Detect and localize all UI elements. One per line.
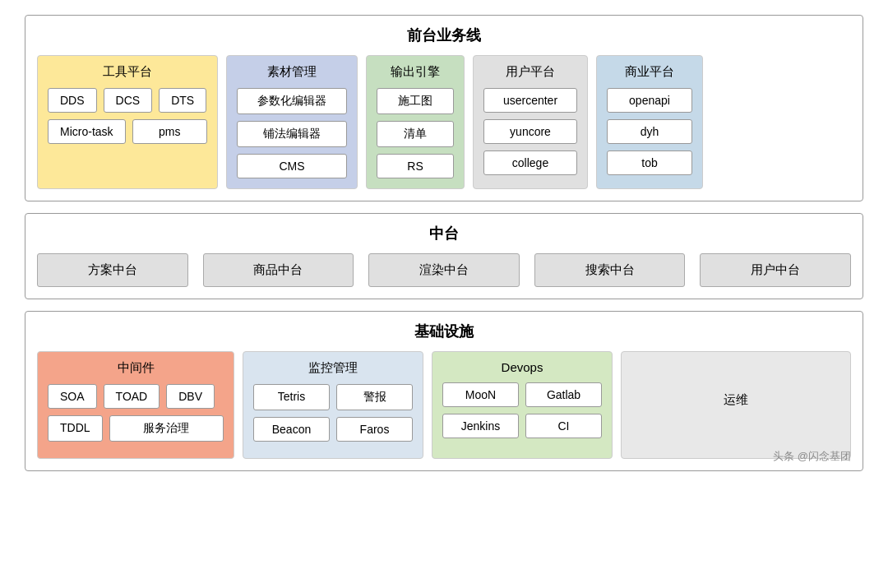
watermark: 头条 @闪念基团 — [773, 449, 851, 464]
user-platform-title: 用户平台 — [483, 64, 577, 80]
monitoring-tetris: Tetris — [253, 384, 330, 410]
monitoring-title: 监控管理 — [253, 360, 413, 376]
devops-section: Devops MooN Gatlab Jenkins CI — [432, 351, 613, 459]
ops-title: 运维 — [724, 392, 748, 408]
material-section: 素材管理 参数化编辑器 铺法编辑器 CMS — [226, 55, 358, 189]
biz-platform-title: 商业平台 — [607, 64, 692, 80]
material-item-0: 参数化编辑器 — [237, 88, 347, 114]
frontend-section: 前台业务线 工具平台 DDS DCS DTS Micro-task pms 素材… — [25, 15, 863, 201]
middleware-row-1: SOA TOAD DBV — [48, 384, 224, 409]
tool-dcs: DCS — [104, 88, 153, 113]
material-item-2: CMS — [237, 154, 347, 178]
middle-inner: 方案中台 商品中台 渲染中台 搜索中台 用户中台 — [37, 253, 851, 287]
middleware-tddl: TDDL — [48, 415, 103, 442]
middleware-service-gov: 服务治理 — [109, 415, 224, 442]
monitoring-section: 监控管理 Tetris 警报 Beacon Faros — [243, 351, 423, 459]
middle-item-0: 方案中台 — [37, 253, 188, 287]
biz-platform-items: openapi dyh tob — [607, 88, 692, 175]
user-platform-item-0: usercenter — [483, 88, 577, 113]
devops-row-2: Jenkins CI — [442, 414, 602, 438]
tool-dds: DDS — [48, 88, 97, 113]
output-item-2: RS — [377, 154, 454, 178]
user-platform-item-1: yuncore — [483, 119, 577, 144]
material-item-1: 铺法编辑器 — [237, 121, 347, 147]
output-item-1: 清单 — [377, 121, 454, 147]
material-title: 素材管理 — [237, 64, 347, 80]
middle-item-2: 渲染中台 — [368, 253, 520, 287]
monitoring-faros: Faros — [336, 417, 413, 442]
output-section: 输出引擎 施工图 清单 RS — [366, 55, 465, 189]
tool-platform-title: 工具平台 — [48, 64, 207, 80]
infra-inner: 中间件 SOA TOAD DBV TDDL 服务治理 监控管理 Tetris 警… — [37, 351, 851, 459]
devops-ci: CI — [525, 414, 602, 438]
middleware-row-2: TDDL 服务治理 — [48, 415, 224, 442]
monitoring-beacon: Beacon — [253, 417, 330, 442]
infra-title: 基础设施 — [37, 322, 851, 341]
tool-row-1: DDS DCS DTS — [48, 88, 207, 113]
biz-platform-item-2: tob — [607, 150, 692, 175]
devops-gatlab: Gatlab — [525, 382, 602, 407]
output-item-0: 施工图 — [377, 88, 454, 114]
middleware-toad: TOAD — [104, 384, 160, 409]
frontend-inner: 工具平台 DDS DCS DTS Micro-task pms 素材管理 参数化… — [37, 55, 851, 189]
tool-dts: DTS — [159, 88, 206, 113]
middle-item-4: 用户中台 — [700, 253, 851, 287]
output-items: 施工图 清单 RS — [377, 88, 454, 178]
middleware-title: 中间件 — [48, 360, 224, 376]
user-platform-section: 用户平台 usercenter yuncore college — [473, 55, 588, 189]
user-platform-item-2: college — [483, 150, 577, 175]
middle-title: 中台 — [37, 224, 851, 243]
devops-jenkins: Jenkins — [442, 414, 519, 438]
frontend-title: 前台业务线 — [37, 25, 851, 45]
tool-row-2: Micro-task pms — [48, 119, 207, 144]
output-title: 输出引擎 — [377, 64, 454, 80]
biz-platform-item-0: openapi — [607, 88, 692, 113]
biz-platform-section: 商业平台 openapi dyh tob — [596, 55, 703, 189]
monitoring-alert: 警报 — [336, 384, 413, 410]
devops-row-1: MooN Gatlab — [442, 382, 602, 407]
middleware-section: 中间件 SOA TOAD DBV TDDL 服务治理 — [37, 351, 234, 459]
devops-moon: MooN — [442, 382, 519, 407]
middle-section: 中台 方案中台 商品中台 渲染中台 搜索中台 用户中台 — [25, 213, 863, 299]
tool-pms: pms — [132, 119, 207, 144]
devops-title: Devops — [442, 360, 602, 374]
middleware-soa: SOA — [48, 384, 97, 409]
infra-section: 基础设施 中间件 SOA TOAD DBV TDDL 服务治理 监控管理 Tet… — [25, 311, 863, 471]
middleware-dbv: DBV — [166, 384, 215, 409]
tool-microtask: Micro-task — [48, 119, 126, 144]
middle-item-1: 商品中台 — [203, 253, 354, 287]
middle-item-3: 搜索中台 — [534, 253, 686, 287]
tool-platform: 工具平台 DDS DCS DTS Micro-task pms — [37, 55, 218, 189]
material-items: 参数化编辑器 铺法编辑器 CMS — [237, 88, 347, 178]
monitoring-row-1: Tetris 警报 — [253, 384, 413, 410]
biz-platform-item-1: dyh — [607, 119, 692, 144]
user-platform-items: usercenter yuncore college — [483, 88, 577, 175]
ops-section: 运维 — [621, 351, 851, 459]
monitoring-row-2: Beacon Faros — [253, 417, 413, 442]
